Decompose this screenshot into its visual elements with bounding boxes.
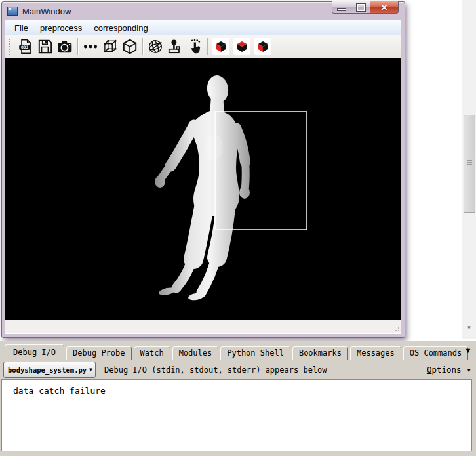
debug-io-description: Debug I/O (stdin, stdout, stderr) appear…: [104, 365, 327, 375]
window-title: MainWindow: [22, 7, 71, 16]
touch-hand-icon: [186, 38, 203, 55]
cube-button[interactable]: [121, 37, 139, 56]
wireframe-cube-button[interactable]: [101, 37, 119, 56]
minimize-button[interactable]: [332, 1, 351, 14]
maximize-icon: [357, 4, 365, 11]
3d-viewport-canvas[interactable]: [5, 58, 401, 320]
body-model: [155, 74, 250, 301]
menu-file[interactable]: File: [9, 20, 34, 35]
cube-red-side-icon: [214, 39, 228, 54]
window-controls: ✕: [332, 1, 399, 14]
cube-icon: [121, 38, 138, 55]
options-arrow-icon: ▼: [467, 367, 471, 373]
toolbar-separator: [142, 38, 143, 55]
camera-button[interactable]: [56, 37, 74, 56]
joystick-button[interactable]: [166, 37, 184, 56]
wireframe-cube-icon: [102, 38, 119, 55]
ellipsis-button[interactable]: [81, 37, 100, 56]
menubar: File preprocess corresponding: [5, 20, 401, 35]
tab-modules[interactable]: Modules: [172, 346, 219, 360]
cube-red-side-2-button[interactable]: [254, 38, 271, 55]
statusbar: [5, 320, 401, 333]
close-icon: ✕: [381, 3, 388, 12]
save-button[interactable]: [36, 37, 54, 56]
tab-watch[interactable]: Watch: [134, 346, 170, 360]
minimize-icon: [337, 8, 346, 11]
obj-file-icon: OBJ: [17, 38, 34, 55]
scrollbar-thumb[interactable]: [464, 115, 475, 213]
tab-overflow-arrow-icon[interactable]: ▼: [466, 347, 470, 354]
globe-icon: [147, 38, 164, 55]
menu-corresponding[interactable]: corresponding: [88, 20, 153, 35]
window-content: File preprocess corresponding OBJ: [5, 20, 401, 334]
touch-hand-button[interactable]: [186, 37, 204, 56]
scrollbar-grip-icon: [467, 160, 472, 165]
maximize-button[interactable]: [351, 1, 370, 14]
app-icon: [7, 7, 18, 16]
close-button[interactable]: ✕: [370, 1, 399, 14]
cube-red-top-button[interactable]: [233, 38, 250, 55]
debug-output-text: data catch failure: [13, 386, 106, 396]
file-selector-dropdown[interactable]: bodyshape_system.py ▼: [3, 362, 96, 378]
tab-python-shell[interactable]: Python Shell: [220, 346, 290, 360]
file-selector-value: bodyshape_system.py: [8, 366, 87, 374]
ellipsis-dots-icon: [82, 38, 99, 55]
resize-grip-icon[interactable]: [393, 325, 399, 331]
cube-red-top-icon: [235, 39, 249, 54]
3d-viewport[interactable]: [5, 58, 401, 320]
cube-red-side-2-icon: [256, 39, 270, 54]
tab-bookmarks[interactable]: Bookmarks: [292, 346, 348, 360]
debug-output-area[interactable]: data catch failure: [1, 379, 472, 451]
save-floppy-icon: [37, 38, 54, 55]
tab-debug-io[interactable]: Debug I/O: [5, 344, 64, 360]
main-window: MainWindow ✕ File preprocess correspondi…: [1, 1, 405, 338]
cube-red-side-button[interactable]: [212, 38, 229, 55]
camera-icon: [56, 38, 73, 55]
tab-debug-probe[interactable]: Debug Probe: [66, 346, 131, 360]
toolbar: OBJ: [5, 35, 401, 58]
obj-file-button[interactable]: OBJ: [16, 37, 35, 56]
dropdown-arrow-icon: ▼: [87, 367, 92, 373]
toolbar-separator: [207, 38, 208, 55]
menu-preprocess[interactable]: preprocess: [34, 20, 88, 35]
tab-messages[interactable]: Messages: [350, 346, 401, 360]
svg-text:OBJ: OBJ: [21, 45, 28, 49]
joystick-icon: [167, 38, 184, 55]
tab-os-commands[interactable]: OS Commands: [403, 346, 468, 360]
debug-panel: Debug I/O Debug Probe Watch Modules Pyth…: [0, 341, 476, 456]
scrollbar-down-arrow-icon[interactable]: ▼: [462, 325, 476, 331]
options-button[interactable]: Options ▼: [427, 365, 471, 375]
vertical-scrollbar[interactable]: ▼: [462, 0, 476, 339]
options-label-rest: ptions: [431, 365, 461, 375]
debug-tabbar: Debug I/O Debug Probe Watch Modules Pyth…: [5, 344, 454, 360]
globe-button[interactable]: [146, 37, 165, 56]
options-label-first: O: [427, 365, 432, 375]
toolbar-separator: [77, 38, 78, 55]
debug-panel-toolbar: bodyshape_system.py ▼ Debug I/O (stdin, …: [0, 360, 476, 379]
toolbar-drag-handle[interactable]: [9, 39, 12, 55]
